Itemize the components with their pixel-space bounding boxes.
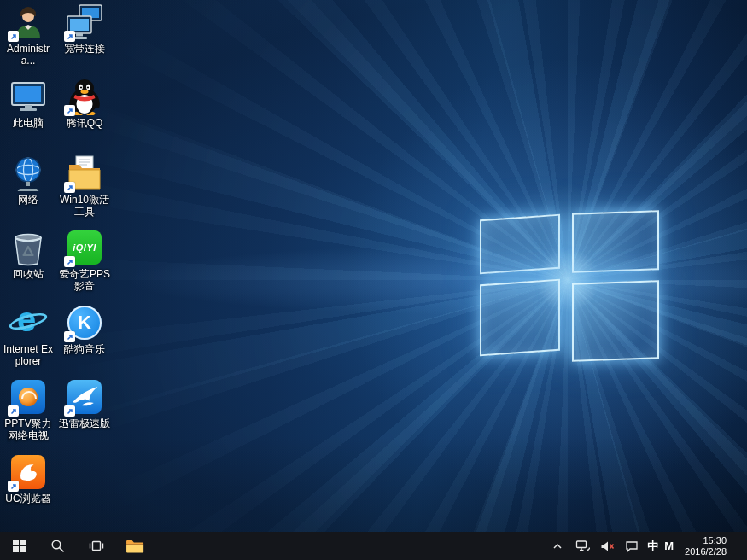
icon-label: Administra... <box>2 43 55 67</box>
qq-app-icon <box>66 78 103 115</box>
taskbar-clock[interactable]: 15:30 2016/2/28 <box>680 535 732 557</box>
icon-label: 酷狗音乐 <box>64 343 105 355</box>
volume-muted-icon <box>600 540 615 552</box>
ie-logo-icon: e <box>9 304 47 341</box>
shortcut-arrow-icon <box>64 331 75 342</box>
activation-tool-icon <box>66 155 103 192</box>
windows-hero-logo <box>476 210 664 372</box>
action-center-icon <box>625 540 639 552</box>
task-view-button[interactable] <box>77 532 115 560</box>
trash-bin-icon <box>9 229 47 266</box>
iqiyi-app-icon: iQIYI <box>66 229 103 266</box>
icon-label: 迅雷极速版 <box>59 417 110 429</box>
folder-icon <box>125 539 144 554</box>
file-explorer-button[interactable] <box>115 532 154 560</box>
icon-label: 宽带连接 <box>64 43 105 55</box>
pptv-ball-icon <box>19 388 38 406</box>
this-pc-icon <box>9 78 47 115</box>
start-button[interactable] <box>0 532 38 560</box>
wallpaper <box>0 0 747 560</box>
monitor-icon <box>9 78 47 115</box>
user-files-icon <box>9 3 47 41</box>
desktop-icon-pptv[interactable]: PPTV聚力 网络电视 <box>2 378 55 441</box>
shortcut-arrow-icon <box>8 481 19 492</box>
network-tray-button[interactable] <box>573 537 592 556</box>
clock-time: 15:30 <box>703 535 727 546</box>
icon-label: Win10激活工具 <box>58 194 111 218</box>
desktop-icon-internet-explorer[interactable]: e Internet Explorer <box>2 304 55 367</box>
network-icon <box>575 540 590 552</box>
desktop-icon-recycle-bin[interactable]: 回收站 <box>2 229 55 280</box>
volume-tray-button[interactable] <box>598 537 616 556</box>
clock-date: 2016/2/28 <box>685 546 727 557</box>
ime-mode-badge[interactable]: M <box>664 540 674 552</box>
task-view-icon <box>89 540 104 552</box>
iqiyi-wordmark: iQIYI <box>73 242 96 253</box>
desktop-icon-administrator[interactable]: Administra... <box>2 3 55 67</box>
windows-desktop: Administra... 宽带连接 <box>0 0 747 560</box>
desktop-icon-network[interactable]: 网络 <box>2 155 55 206</box>
shortcut-arrow-icon <box>64 405 75 417</box>
tray-expand-button[interactable] <box>548 537 567 556</box>
icon-label: PPTV聚力 网络电视 <box>2 417 55 441</box>
globe-icon <box>9 155 47 192</box>
logo-pane-bottom-left <box>480 279 560 357</box>
shortcut-arrow-icon <box>8 405 19 417</box>
desktop-icon-iqiyi[interactable]: iQIYI 爱奇艺PPS 影音 <box>58 229 111 292</box>
shortcut-arrow-icon <box>64 256 75 267</box>
ime-language-indicator[interactable]: 中 <box>647 539 658 554</box>
kugou-app-icon: K <box>66 304 103 341</box>
desktop-icon-broadband[interactable]: 宽带连接 <box>58 3 111 55</box>
action-center-button[interactable] <box>622 537 641 556</box>
logo-pane-top-left <box>480 214 560 275</box>
broadband-connection-icon <box>66 3 103 41</box>
system-tray: 中 M 15:30 2016/2/28 <box>548 532 747 560</box>
icon-label: 此电脑 <box>13 117 44 129</box>
kugou-letter: K <box>78 312 91 334</box>
logo-pane-bottom-right <box>572 280 659 362</box>
icon-label: 腾讯QQ <box>67 117 103 129</box>
ie-app-icon: e <box>9 304 47 341</box>
desktop-icon-uc-browser[interactable]: UC浏览器 <box>2 453 55 505</box>
icon-label: UC浏览器 <box>5 493 50 505</box>
shortcut-arrow-icon <box>64 105 75 116</box>
shortcut-arrow-icon <box>64 182 75 193</box>
network-globe-icon <box>9 155 47 192</box>
logo-pane-top-right <box>572 210 659 273</box>
desktop-icon-xunlei[interactable]: 迅雷极速版 <box>58 378 111 429</box>
search-icon <box>50 539 65 553</box>
icon-label: Internet Explorer <box>2 343 55 367</box>
taskbar: 中 M 15:30 2016/2/28 <box>0 532 747 560</box>
desktop-icon-qq[interactable]: 腾讯QQ <box>58 78 111 129</box>
uc-app-icon <box>9 453 47 491</box>
icon-label: 回收站 <box>13 268 44 280</box>
chevron-up-icon <box>551 541 563 551</box>
search-button[interactable] <box>38 532 77 560</box>
desktop-icon-win10-activation[interactable]: Win10激活工具 <box>58 155 111 218</box>
desktop-icon-kugou[interactable]: K 酷狗音乐 <box>58 304 111 355</box>
desktop-icon-this-pc[interactable]: 此电脑 <box>2 78 55 129</box>
shortcut-arrow-icon <box>8 31 19 42</box>
recycle-bin-icon <box>9 229 47 266</box>
pptv-app-icon <box>9 378 47 416</box>
icon-label: 网络 <box>18 194 38 206</box>
shortcut-arrow-icon <box>64 31 75 42</box>
icon-label: 爱奇艺PPS 影音 <box>58 268 111 292</box>
xunlei-app-icon <box>66 378 103 416</box>
windows-logo-icon <box>12 539 26 553</box>
